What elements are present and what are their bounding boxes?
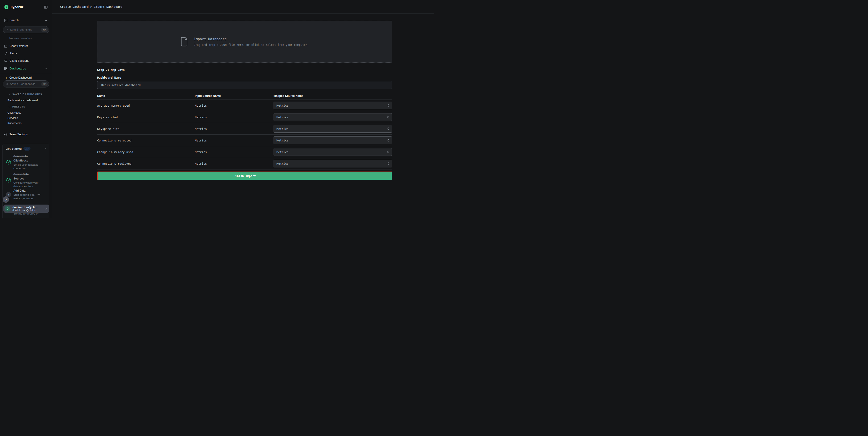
import-dropzone[interactable]: Import Dashboard Drag and drop a JSON fi… <box>97 21 392 63</box>
gear-icon <box>4 133 8 137</box>
task-title: Create Data Sources <box>13 172 36 181</box>
sidebar-item-label: Chart Explorer <box>9 45 48 48</box>
mapped-source-select[interactable]: Metrics <box>274 137 392 144</box>
sidebar-item-label: Alerts <box>9 52 48 55</box>
input-source-cell: Metrics <box>195 116 274 119</box>
mapping-table: Name Input Source Name Mapped Source Nam… <box>97 89 392 170</box>
get-started-task[interactable]: Connect to ClickHouseSet up your databas… <box>6 154 43 170</box>
sidebar-item-chart-explorer[interactable]: Chart Explorer <box>0 42 52 50</box>
mapped-source-select[interactable]: Metrics <box>274 148 392 156</box>
check-circle-icon <box>6 178 11 183</box>
file-icon <box>181 37 188 47</box>
group-header-presets[interactable]: PRESETS <box>0 105 52 109</box>
main-area: Import Dashboard Drag and drop a JSON fi… <box>52 14 434 218</box>
mapped-source-select[interactable]: Metrics <box>274 125 392 133</box>
dashboard-name-input[interactable] <box>97 81 392 89</box>
selected-source-value: Metrics <box>277 104 387 107</box>
grid-icon <box>4 67 8 70</box>
dashboard-link-services[interactable]: Services <box>0 116 52 120</box>
mapped-source-select[interactable]: Metrics <box>274 113 392 121</box>
saved-dashboards-search[interactable]: ⌘K <box>3 80 49 87</box>
task-title: Add Data <box>13 188 36 193</box>
group-label: PRESETS <box>12 105 25 108</box>
sidebar-item-client-sessions[interactable]: Client Sessions <box>0 57 52 64</box>
help-button[interactable]: ? <box>3 196 9 203</box>
dashboard-link-kubernetes[interactable]: Kubernetes <box>0 121 52 125</box>
get-started-task[interactable]: Create Data SourcesConfigure where your … <box>6 172 43 188</box>
app-title: HyperDX <box>11 5 44 9</box>
collapse-sidebar-icon[interactable] <box>44 5 48 9</box>
dashboard-link-clickhouse[interactable]: ClickHouse <box>0 111 52 115</box>
get-started-task[interactable]: 3Add DataStart sending logs, metrics, or… <box>6 188 43 200</box>
chevron-down-icon <box>8 93 11 96</box>
dashboard-name-label: Dashboard Name <box>97 76 392 79</box>
user-text: dominic.tran@clic... dominic.tran@clickh… <box>12 206 44 212</box>
search-section-label: Search <box>9 19 44 22</box>
step-label: Step 2: Map Data <box>97 68 392 71</box>
saved-searches-input[interactable] <box>10 28 41 31</box>
sidebar-item-dashboards[interactable]: Dashboards <box>0 65 52 72</box>
metric-name-cell: Keys evicted <box>97 116 195 119</box>
chevron-up-icon[interactable] <box>44 19 48 22</box>
input-source-cell: Metrics <box>195 150 274 154</box>
sidebar-item-label: Dashboards <box>9 67 44 70</box>
shortcut-badge: ⌘K <box>41 82 48 86</box>
shortcut-badge: ⌘K <box>41 28 48 32</box>
get-started-header[interactable]: Get Started 2/3 <box>6 147 47 151</box>
topbar: Create Dashboard > Import Dashboard <box>52 0 434 14</box>
chevron-up-icon[interactable] <box>44 147 47 150</box>
laptop-icon <box>4 59 8 63</box>
metric-name-cell: Connections recieved <box>97 162 195 165</box>
dashboard-link-redis-metrics-dashboard[interactable]: Redis metrics dashboard <box>0 98 52 103</box>
divider <box>0 73 52 74</box>
metric-name-cell: Average memory used <box>97 104 195 107</box>
chevron-up-icon[interactable] <box>44 67 48 70</box>
task-subtitle: Set up your database connection <box>13 163 43 170</box>
sidebar-item-search[interactable]: Search <box>0 17 52 24</box>
logo-row: HyperDX <box>0 3 52 11</box>
column-header-mapped-source: Mapped Source Name <box>274 94 392 97</box>
user-account-button[interactable]: D dominic.tran@clic... dominic.tran@clic… <box>3 205 50 213</box>
saved-searches-search[interactable]: ⌘K <box>3 26 49 33</box>
input-source-cell: Metrics <box>195 127 274 130</box>
finish-import-button[interactable]: Finish Import <box>97 172 392 180</box>
sidebar-item-alerts[interactable]: Alerts <box>0 50 52 57</box>
selected-source-value: Metrics <box>277 162 387 165</box>
check-circle-icon <box>6 160 11 165</box>
bell-icon <box>4 52 8 55</box>
sidebar-item-team-settings[interactable]: Team Settings <box>0 131 52 138</box>
get-started-title: Get Started <box>6 147 22 150</box>
selected-source-value: Metrics <box>277 116 387 119</box>
sidebar: HyperDX Search ⌘K No saved searches Char… <box>0 0 52 218</box>
selected-source-value: Metrics <box>277 150 387 154</box>
sidebar-item-label: Client Sessions <box>9 59 48 62</box>
task-subtitle: Configure where your data comes from <box>13 181 43 188</box>
search-icon <box>6 28 9 31</box>
metric-name-cell: Keyspace hits <box>97 127 195 130</box>
chevron-right-icon <box>44 207 48 210</box>
mapped-source-select[interactable]: Metrics <box>274 101 392 109</box>
input-source-cell: Metrics <box>195 162 274 165</box>
create-dashboard-label: Create Dashboard <box>9 76 32 79</box>
hyperdx-logo-icon <box>4 5 9 9</box>
input-source-cell: Metrics <box>195 104 274 107</box>
group-label: SAVED DASHBOARDS <box>12 93 42 96</box>
table-row: Keys evictedMetricsMetrics <box>97 111 392 123</box>
selected-source-value: Metrics <box>277 139 387 142</box>
metric-name-cell: Change in memory used <box>97 150 195 154</box>
search-icon <box>6 83 9 85</box>
no-saved-searches-text: No saved searches <box>0 36 52 40</box>
dropzone-subtitle: Drag and drop a JSON file here, or click… <box>194 43 309 47</box>
divider <box>0 24 52 24</box>
user-email: dominic.tran@clickho... <box>12 209 44 212</box>
chart-icon <box>4 44 8 48</box>
saved-dashboards-input[interactable] <box>10 83 41 86</box>
column-header-input-source: Input Source Name <box>195 94 274 97</box>
input-source-cell: Metrics <box>195 139 274 142</box>
plus-icon: + <box>5 76 7 79</box>
arrow-right-icon[interactable] <box>37 193 41 196</box>
create-dashboard-button[interactable]: + Create Dashboard <box>0 75 52 80</box>
group-header-saved-dashboards[interactable]: SAVED DASHBOARDS <box>0 92 52 96</box>
avatar: D <box>5 206 10 212</box>
mapped-source-select[interactable]: Metrics <box>274 160 392 168</box>
